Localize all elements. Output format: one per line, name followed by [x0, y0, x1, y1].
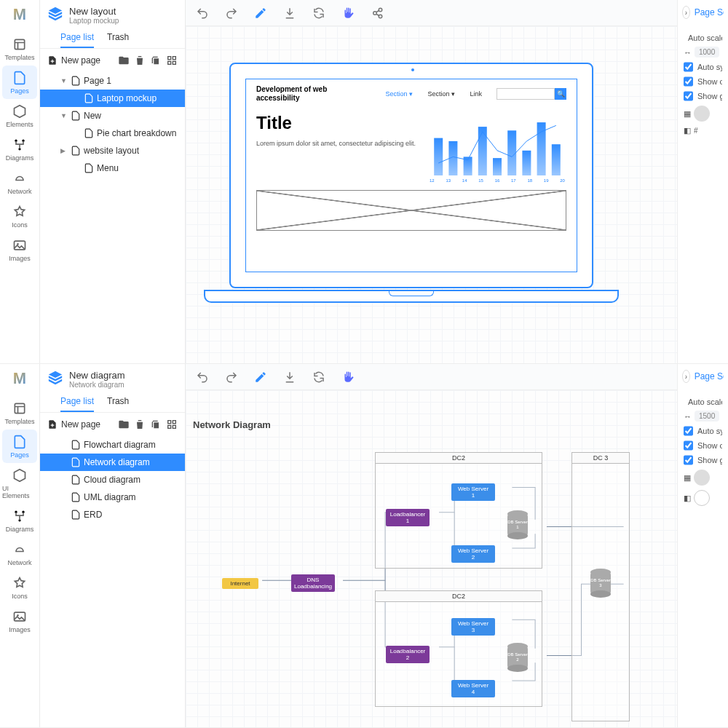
refresh-icon[interactable] [312, 7, 325, 20]
sidebar: New layout Laptop mockup Page list Trash… [40, 0, 186, 363]
check-showobj[interactable]: Show objects [684, 440, 722, 451]
nav-link[interactable]: Link [470, 90, 482, 98]
tab-trash[interactable]: Trash [107, 396, 129, 412]
tab-pagelist[interactable]: Page list [60, 32, 94, 48]
svg-rect-23 [15, 403, 24, 413]
iconbar-icons[interactable]: Icons [2, 199, 37, 233]
color-swatch[interactable] [694, 106, 710, 122]
check-autosync[interactable]: Auto sync [684, 62, 722, 72]
tab-pagelist[interactable]: Page list [60, 396, 94, 412]
tree-row[interactable]: ERD [40, 506, 185, 523]
hand-icon[interactable] [341, 7, 355, 20]
refresh-icon[interactable] [312, 371, 325, 384]
node-db3[interactable]: DB Server 3 [590, 572, 611, 601]
share-icon[interactable] [371, 7, 384, 20]
pen-icon[interactable] [254, 7, 267, 20]
tab-trash[interactable]: Trash [107, 32, 129, 48]
folder-icon[interactable] [118, 419, 130, 430]
iconbar-pages[interactable]: Pages [2, 66, 37, 99]
tree-row[interactable]: Laptop mockup [40, 90, 185, 107]
color-swatch[interactable] [694, 470, 710, 486]
nav-section-2[interactable]: Section ▾ [427, 90, 455, 98]
right-panel-title: Page Settings [695, 7, 724, 17]
image-placeholder [256, 190, 566, 231]
canvas[interactable]: Network Diagram [186, 390, 728, 727]
new-page-button[interactable]: New page [47, 55, 100, 66]
hand-icon[interactable] [341, 371, 355, 384]
laptop-mockup[interactable]: Development of web accessibility Section… [204, 63, 619, 325]
copy-icon[interactable] [150, 419, 162, 430]
tree-row[interactable]: Cloud diagram [40, 471, 185, 488]
layers-icon[interactable] [47, 370, 63, 389]
check-showgrid[interactable]: Show grid [684, 455, 722, 465]
tree-row[interactable]: Menu [40, 159, 185, 177]
check-showobj[interactable]: Show objects [684, 76, 722, 87]
svg-rect-20 [522, 151, 531, 175]
iconbar-pages[interactable]: Pages [2, 430, 37, 463]
trash-icon[interactable] [134, 55, 146, 66]
collapse-panel-button[interactable]: › [682, 6, 690, 19]
iconbar-images[interactable]: Images [2, 604, 37, 638]
iconbar-diagrams[interactable]: Diagrams [2, 132, 37, 166]
trash-icon[interactable] [134, 419, 146, 430]
search-button[interactable]: 🔍 [555, 88, 566, 100]
redo-icon[interactable] [225, 371, 238, 384]
grid-icon[interactable] [166, 419, 178, 430]
svg-point-24 [15, 511, 17, 513]
collapse-panel-button[interactable]: › [682, 370, 690, 383]
iconbar-templates[interactable]: Templates [2, 32, 37, 66]
tree-row[interactable]: Network diagram [40, 454, 185, 471]
iconbar: M TemplatesPagesElementsDiagramsNetworkI… [0, 0, 40, 363]
grid-icon[interactable]: ▦ [684, 109, 691, 119]
sidebar-subtitle: Network diagram [69, 381, 125, 389]
node-lb2[interactable]: Loadbalancer 2 [386, 646, 430, 663]
iconbar-network[interactable]: Network [2, 166, 37, 199]
logo[interactable]: M [8, 367, 31, 390]
search-input[interactable] [496, 88, 555, 100]
pen-icon[interactable] [254, 371, 267, 384]
grid-icon[interactable]: ▦ [684, 473, 691, 483]
svg-point-2 [22, 140, 24, 142]
redo-icon[interactable] [225, 7, 238, 20]
iconbar-elements[interactable]: UI Elements [2, 463, 37, 504]
size-row[interactable]: ↔1000 [684, 47, 722, 58]
check-showgrid[interactable]: Show grid [684, 91, 722, 101]
undo-icon[interactable] [196, 7, 209, 20]
tree-row[interactable]: Flowchart diagram [40, 436, 185, 454]
logo[interactable]: M [8, 3, 31, 26]
svg-rect-31 [168, 425, 171, 428]
iconbar-diagrams[interactable]: Diagrams [2, 504, 37, 537]
fill-icon[interactable]: ◧ [684, 494, 691, 503]
iconbar-templates[interactable]: Templates [2, 396, 37, 430]
iconbar-icons[interactable]: Icons [2, 571, 37, 604]
tree-row[interactable]: ▼Page 1 [40, 72, 185, 90]
layers-icon[interactable] [47, 6, 63, 25]
download-icon[interactable] [283, 7, 296, 20]
tree-row[interactable]: ▼New [40, 107, 185, 124]
undo-icon[interactable] [196, 371, 209, 384]
node-db2[interactable]: DB Server 2 [507, 646, 528, 676]
nav-section-1[interactable]: Section ▾ [385, 90, 413, 98]
copy-icon[interactable] [150, 55, 162, 66]
node-db1[interactable]: DB Server 1 [507, 514, 528, 543]
iconbar-elements[interactable]: Elements [2, 99, 37, 132]
iconbar-network[interactable]: Network [2, 537, 37, 571]
new-page-button[interactable]: New page [47, 419, 100, 430]
node-ws3[interactable]: Web Server 3 [451, 618, 495, 636]
fill-icon[interactable]: ◧ [684, 126, 691, 135]
node-ws4[interactable]: Web Server 4 [451, 680, 495, 697]
node-internet[interactable]: Internet [222, 578, 258, 589]
iconbar-images[interactable]: Images [2, 233, 37, 266]
node-ws2[interactable]: Web Server 2 [451, 545, 495, 563]
check-autosync[interactable]: Auto sync [684, 426, 722, 436]
node-ws1[interactable]: Web Server 1 [451, 483, 495, 501]
node-dns[interactable]: DNS Loadbalancing [291, 574, 335, 592]
tree-row[interactable]: Pie chart breakdown [40, 124, 185, 142]
tree-row[interactable]: ▶website layout [40, 142, 185, 159]
canvas[interactable]: Development of web accessibility Section… [186, 26, 728, 363]
node-lb1[interactable]: Loadbalancer 1 [386, 509, 430, 526]
grid-icon[interactable] [166, 55, 178, 66]
tree-row[interactable]: UML diagram [40, 488, 185, 506]
download-icon[interactable] [283, 371, 296, 384]
folder-icon[interactable] [118, 55, 130, 66]
